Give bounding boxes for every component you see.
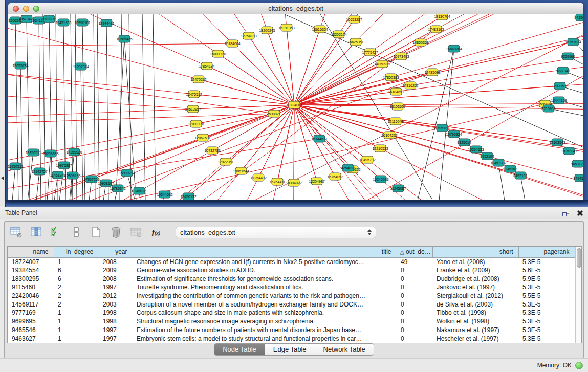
graph-node[interactable]: 15144571 [311,135,327,142]
table-scrollbar[interactable] [575,247,582,343]
graph-node[interactable]: 18103627 [389,103,405,110]
graph-node[interactable]: 17922351 [217,158,233,165]
scrollbar-thumb[interactable] [577,248,582,268]
graph-node[interactable]: 12485083 [424,69,440,76]
graph-node[interactable]: 18130704 [434,14,450,20]
graph-node[interactable]: 10958107 [98,180,114,187]
graph-node[interactable]: 12505155 [64,172,80,179]
graph-node[interactable]: 12450132 [180,193,196,200]
graph-node[interactable]: 18724007 [286,101,302,108]
graph-node[interactable]: 10653287 [346,16,362,23]
graph-node[interactable]: 11431683 [56,19,72,26]
graph-node[interactable]: 12103543 [549,139,565,146]
column-header[interactable]: year [99,247,133,257]
graph-node[interactable]: 14850933 [374,60,390,68]
graph-node[interactable]: 17254402 [250,174,266,181]
graph-node[interactable]: 10975887 [56,162,72,169]
column-header[interactable]: title [133,247,397,257]
graph-node[interactable]: 10452337 [490,159,506,166]
column-header[interactable]: in_degree [54,247,99,257]
table-row[interactable]: 946554611997Estimation of the future num… [8,326,575,335]
graph-node[interactable]: 17854184 [199,62,214,70]
graph-node[interactable]: 18495792 [359,156,375,163]
graph-node[interactable]: 12067531 [194,134,210,141]
table-selector[interactable]: citations_edges.txt [176,227,376,238]
graph-node[interactable]: 10590181 [74,19,90,26]
graph-node[interactable]: 10973493 [393,53,409,60]
table-row[interactable]: 1830029562008Estimation of significance … [8,274,575,283]
graph-node[interactable]: 11207374 [73,63,89,70]
graph-node[interactable]: 10244512 [157,191,172,198]
graph-node[interactable]: 16648784 [446,45,462,52]
graph-node[interactable]: 12210533 [372,145,388,152]
graph-node[interactable]: 13202174 [331,31,346,38]
graph-node[interactable]: 19861544 [233,167,249,174]
graph-node[interactable]: 10352241 [561,147,577,155]
table-row[interactable]: 911546021997Tourette syndrome. Phenomeno… [8,283,575,292]
column-header[interactable]: short [432,247,518,257]
column-header[interactable]: name [8,247,54,257]
tab-network-table[interactable]: Network Table [315,344,374,355]
column-header[interactable]: pagerank [518,247,575,257]
table-row[interactable]: 946362711997Embryonic stem cells: a mode… [8,334,575,343]
graph-node[interactable]: 9325014 [457,139,471,146]
show-columns-icon[interactable] [29,225,44,240]
graph-node[interactable]: 18615324 [312,26,328,33]
graph-node[interactable]: 11451341 [50,171,66,179]
close-window-icon[interactable] [13,6,19,12]
graph-node[interactable]: 12055784 [12,62,28,69]
graph-node[interactable]: 17850383 [383,74,399,81]
graph-node[interactable]: 16754411 [270,178,286,185]
graph-node[interactable]: 10254133 [468,146,484,153]
graph-node[interactable]: 9952104 [480,152,494,160]
graph-node[interactable]: 8215953 [541,105,555,112]
graph-node[interactable]: 9245301 [503,165,517,172]
graph-node[interactable]: 9245012 [132,187,146,194]
graph-node[interactable]: 11245087 [390,185,406,192]
graph-node[interactable]: 2530021 [267,110,280,117]
graph-node[interactable]: 12944431 [98,19,114,27]
graph-node[interactable]: 10795324 [446,130,462,138]
graph-node[interactable]: 14850363 [412,39,428,46]
graph-node[interactable]: 16104273 [381,132,397,139]
column-header[interactable]: △out_de… [397,247,432,257]
table-row[interactable]: 1938455462009Genome-wide association stu… [8,266,575,275]
graph-node[interactable]: 9415022 [574,14,583,21]
memory-status-dot[interactable] [575,362,583,369]
float-panel-icon[interactable] [562,210,569,216]
graph-node[interactable]: 12754183 [241,32,256,39]
table-row[interactable]: 1872400712008Changes of HCN gene express… [8,257,575,266]
graph-node[interactable]: 17359926 [66,148,82,156]
graph-node[interactable]: 11950511 [8,163,23,170]
graph-node[interactable]: 9795122 [435,124,449,132]
graph-node[interactable]: 16625351 [347,38,363,46]
table-row[interactable]: 977716911998Corpus callosum shape and si… [8,309,575,317]
row-height-icon[interactable] [69,225,84,240]
graph-node[interactable]: 17957253 [83,176,99,183]
tab-node-table[interactable]: Node Table [214,344,265,355]
graph-node[interactable]: 9450122 [571,160,583,167]
graph-node[interactable]: 14512957 [185,105,201,113]
delete-column-icon[interactable] [108,225,124,240]
table-panel-header[interactable]: Table Panel [0,207,588,219]
close-panel-icon[interactable] [576,210,583,216]
graph-node[interactable]: 18850511 [26,149,41,156]
panel-collapse-arrow-icon[interactable] [1,176,4,180]
tab-edge-table[interactable]: Edge Table [265,344,315,355]
table-row[interactable]: 1456911722003Disruption of a novel membe… [8,300,575,309]
graph-node[interactable]: 9703372 [42,15,56,23]
graph-node[interactable]: 9254012 [341,164,355,171]
graph-node[interactable]: 8794502 [573,174,583,182]
graph-node[interactable]: 10585425 [116,35,132,42]
graph-node[interactable]: 18200245 [259,27,275,34]
graph-node[interactable]: 10245033 [373,176,388,183]
graph-node[interactable]: 16184691 [388,88,404,95]
graph-node[interactable]: 12093582 [552,82,568,90]
graph-node[interactable]: 12942757 [31,168,47,175]
table-row[interactable]: 2242004622012Investigating the contribut… [8,292,575,300]
graph-node[interactable]: 17775427 [362,49,378,56]
graph-node[interactable]: 15184004 [224,40,240,47]
new-column-icon[interactable] [89,225,104,240]
window-titlebar[interactable]: citations_edges.txt [8,3,583,14]
graph-node[interactable]: 16001720 [210,50,226,57]
